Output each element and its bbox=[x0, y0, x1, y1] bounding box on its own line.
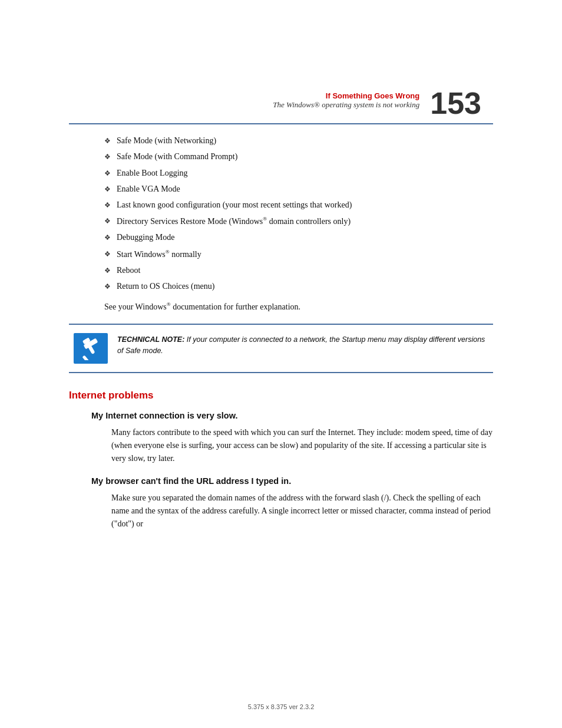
see-note: See your Windows® documentation for furt… bbox=[104, 301, 493, 313]
bullet-diamond: ❖ bbox=[104, 136, 111, 146]
header-subtitle: The Windows® operating system is not wor… bbox=[273, 100, 419, 110]
tech-note-label: TECHNICAL NOTE: bbox=[117, 335, 184, 344]
bullet-diamond: ❖ bbox=[104, 185, 111, 195]
bullet-diamond: ❖ bbox=[104, 233, 111, 243]
chapter-title: If Something Goes Wrong bbox=[273, 91, 419, 100]
bullet-diamond: ❖ bbox=[104, 152, 111, 162]
list-item-text: Safe Mode (with Command Prompt) bbox=[117, 151, 237, 163]
page-footer: 5.375 x 8.375 ver 2.3.2 bbox=[0, 703, 562, 710]
wrench-icon bbox=[74, 333, 108, 364]
bullet-diamond: ❖ bbox=[104, 216, 111, 226]
list-item: ❖ Enable Boot Logging bbox=[104, 167, 493, 179]
list-item: ❖ Directory Services Restore Mode (Windo… bbox=[104, 215, 493, 228]
list-item-text: Enable Boot Logging bbox=[117, 167, 188, 179]
bullet-list: ❖ Safe Mode (with Networking) ❖ Safe Mod… bbox=[104, 135, 493, 292]
subsection-title-1: My Internet connection is very slow. bbox=[91, 411, 493, 420]
content-area: If Something Goes Wrong The Windows® ope… bbox=[69, 0, 493, 577]
page-header: If Something Goes Wrong The Windows® ope… bbox=[69, 91, 493, 118]
list-item-text: Directory Services Restore Mode (Windows… bbox=[117, 215, 351, 228]
list-item-text: Enable VGA Mode bbox=[117, 183, 180, 195]
header-text-group: If Something Goes Wrong The Windows® ope… bbox=[273, 91, 419, 110]
list-item-text: Last known good configuration (your most… bbox=[117, 199, 352, 211]
tech-note-box: TECHNICAL NOTE: If your computer is conn… bbox=[69, 324, 493, 373]
list-item: ❖ Reboot bbox=[104, 265, 493, 276]
subsection-title-2: My browser can't find the URL address I … bbox=[91, 476, 493, 486]
footer-text: 5.375 x 8.375 ver 2.3.2 bbox=[248, 703, 315, 710]
list-item: ❖ Start Windows® normally bbox=[104, 248, 493, 261]
page: If Something Goes Wrong The Windows® ope… bbox=[0, 0, 562, 728]
svg-rect-2 bbox=[82, 355, 90, 360]
list-item-text: Start Windows® normally bbox=[117, 248, 201, 261]
top-divider bbox=[69, 123, 493, 124]
list-item: ❖ Safe Mode (with Networking) bbox=[104, 135, 493, 147]
bullet-diamond: ❖ bbox=[104, 266, 111, 276]
page-number: 153 bbox=[430, 88, 481, 118]
list-item: ❖ Enable VGA Mode bbox=[104, 183, 493, 195]
list-item-text: Safe Mode (with Networking) bbox=[117, 135, 216, 147]
bullet-diamond: ❖ bbox=[104, 169, 111, 179]
list-item: ❖ Safe Mode (with Command Prompt) bbox=[104, 151, 493, 163]
section-title: Internet problems bbox=[69, 390, 493, 401]
list-item: ❖ Debugging Mode bbox=[104, 232, 493, 243]
list-item: ❖ Return to OS Choices (menu) bbox=[104, 281, 493, 292]
body-paragraph-1: Many factors contribute to the speed wit… bbox=[111, 426, 493, 465]
bullet-diamond: ❖ bbox=[104, 200, 111, 210]
list-item-text: Return to OS Choices (menu) bbox=[117, 281, 214, 292]
tech-note-text: TECHNICAL NOTE: If your computer is conn… bbox=[117, 333, 493, 357]
bullet-diamond: ❖ bbox=[104, 282, 111, 292]
body-paragraph-2: Make sure you separated the domain names… bbox=[111, 492, 493, 530]
internet-problems-section: Internet problems My Internet connection… bbox=[69, 390, 493, 530]
list-item: ❖ Last known good configuration (your mo… bbox=[104, 199, 493, 211]
list-item-text: Reboot bbox=[117, 265, 140, 276]
bullet-diamond: ❖ bbox=[104, 249, 111, 259]
list-item-text: Debugging Mode bbox=[117, 232, 174, 243]
